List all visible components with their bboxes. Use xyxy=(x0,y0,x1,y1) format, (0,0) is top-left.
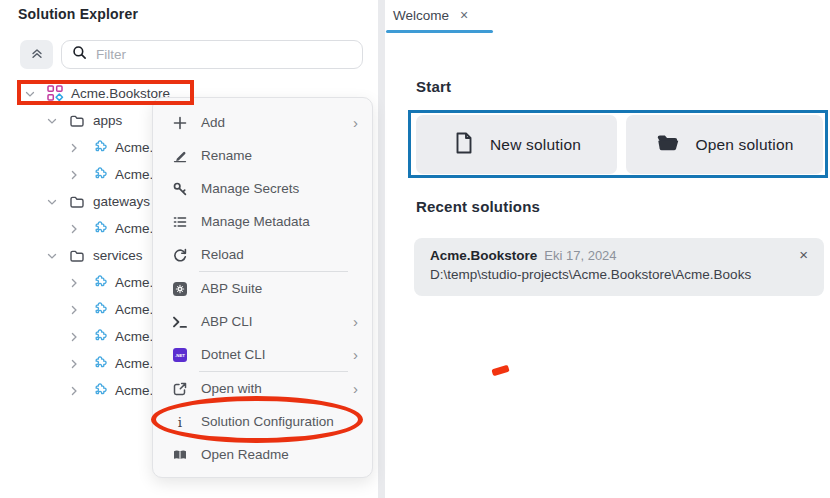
search-icon xyxy=(72,45,96,64)
list-icon xyxy=(171,213,188,230)
chevron-down-icon[interactable] xyxy=(44,194,60,210)
context-menu: Add › Rename Manage Secrets Manage Metad… xyxy=(152,97,373,478)
menu-item-label: Manage Metadata xyxy=(201,214,310,229)
tab-close-icon[interactable]: × xyxy=(460,7,468,23)
chevron-right-icon[interactable] xyxy=(66,302,82,318)
open-external-icon xyxy=(171,380,188,397)
menu-item-rename[interactable]: Rename xyxy=(153,139,372,172)
package-icon xyxy=(90,328,108,346)
dotnet-icon: .NET xyxy=(171,346,188,363)
menu-item-manage-secrets[interactable]: Manage Secrets xyxy=(153,172,372,205)
chevron-right-icon[interactable] xyxy=(66,140,82,156)
chevron-down-icon[interactable] xyxy=(44,248,60,264)
chevron-right-icon[interactable] xyxy=(66,221,82,237)
menu-item-add[interactable]: Add › xyxy=(153,106,372,139)
menu-item-label: Manage Secrets xyxy=(201,181,299,196)
submenu-chevron-icon: › xyxy=(353,115,358,130)
recent-solution-card[interactable]: Acme.Bookstore Eki 17, 2024 × D:\temp\st… xyxy=(414,238,824,296)
chevron-down-icon[interactable] xyxy=(44,113,60,129)
info-icon: i xyxy=(171,413,188,430)
menu-item-open-readme[interactable]: Open Readme xyxy=(153,438,372,471)
svg-text:.NET: .NET xyxy=(174,353,184,358)
recent-solution-date: Eki 17, 2024 xyxy=(544,248,616,263)
terminal-icon xyxy=(171,313,188,330)
menu-item-label: Dotnet CLI xyxy=(201,347,266,362)
menu-item-abp-suite[interactable]: ABP Suite xyxy=(153,272,372,305)
submenu-chevron-icon: › xyxy=(353,381,358,396)
key-icon xyxy=(171,180,188,197)
menu-item-label: Reload xyxy=(201,247,244,262)
menu-item-label: Rename xyxy=(201,148,252,163)
menu-item-label: ABP Suite xyxy=(201,281,262,296)
abp-suite-icon xyxy=(171,280,188,297)
folder-icon xyxy=(68,247,86,265)
solution-grid-icon xyxy=(46,85,64,103)
panel-splitter[interactable] xyxy=(378,0,385,498)
package-icon xyxy=(90,220,108,238)
double-chevron-up-icon xyxy=(30,46,44,64)
chevron-right-icon[interactable] xyxy=(66,329,82,345)
package-icon xyxy=(90,355,108,373)
submenu-chevron-icon: › xyxy=(353,314,358,329)
recent-solution-path: D:\temp\studio-projects\Acme.Bookstore\A… xyxy=(430,267,808,282)
menu-item-label: ABP CLI xyxy=(201,314,253,329)
chevron-right-icon[interactable] xyxy=(66,383,82,399)
menu-item-abp-cli[interactable]: ABP CLI › xyxy=(153,305,372,338)
svg-text:i: i xyxy=(177,414,182,430)
recent-solutions-heading: Recent solutions xyxy=(416,198,540,215)
new-file-icon xyxy=(452,131,476,159)
package-icon xyxy=(90,166,108,184)
tree-item-label: gateways xyxy=(93,194,150,209)
menu-item-label: Open with xyxy=(201,381,262,396)
chevron-right-icon[interactable] xyxy=(66,275,82,291)
menu-item-label: Add xyxy=(201,115,225,130)
menu-item-reload[interactable]: Reload xyxy=(153,238,372,271)
menu-item-solution-configuration[interactable]: i Solution Configuration xyxy=(153,405,372,438)
package-icon xyxy=(90,274,108,292)
main-panel: Welcome × Start New solution Open soluti… xyxy=(385,0,830,498)
menu-item-manage-metadata[interactable]: Manage Metadata xyxy=(153,205,372,238)
recent-solution-name: Acme.Bookstore xyxy=(430,248,537,263)
package-icon xyxy=(90,382,108,400)
card-close-icon[interactable]: × xyxy=(799,247,808,262)
open-solution-button[interactable]: Open solution xyxy=(626,115,823,174)
filter-box[interactable] xyxy=(61,40,363,69)
button-label: New solution xyxy=(490,136,581,154)
tab-welcome[interactable]: Welcome × xyxy=(393,7,468,23)
chevron-right-icon[interactable] xyxy=(66,356,82,372)
submenu-chevron-icon: › xyxy=(353,347,358,362)
open-folder-icon xyxy=(655,130,681,160)
active-tab-indicator xyxy=(386,30,493,33)
tree-item-label: apps xyxy=(93,113,122,128)
package-icon xyxy=(90,139,108,157)
package-icon xyxy=(90,301,108,319)
menu-item-open-with[interactable]: Open with › xyxy=(153,372,372,405)
folder-icon xyxy=(68,193,86,211)
panel-title: Solution Explorer xyxy=(18,6,138,22)
collapse-all-button[interactable] xyxy=(20,40,53,69)
refresh-icon xyxy=(171,246,188,263)
chevron-down-icon[interactable] xyxy=(22,86,38,102)
book-icon xyxy=(171,446,188,463)
folder-icon xyxy=(68,112,86,130)
filter-input[interactable] xyxy=(96,47,352,62)
plus-icon xyxy=(171,114,188,131)
start-heading: Start xyxy=(416,78,451,95)
abp-studio-window: Solution Explorer Acme.Bookstore apps xyxy=(0,0,830,498)
rename-icon xyxy=(171,147,188,164)
new-solution-button[interactable]: New solution xyxy=(416,115,617,174)
button-label: Open solution xyxy=(695,136,793,154)
menu-item-label: Solution Configuration xyxy=(201,414,334,429)
menu-item-label: Open Readme xyxy=(201,447,289,462)
chevron-right-icon[interactable] xyxy=(66,167,82,183)
menu-item-dotnet-cli[interactable]: .NET Dotnet CLI › xyxy=(153,338,372,371)
tree-item-label: services xyxy=(93,248,143,263)
tab-label: Welcome xyxy=(393,8,449,23)
